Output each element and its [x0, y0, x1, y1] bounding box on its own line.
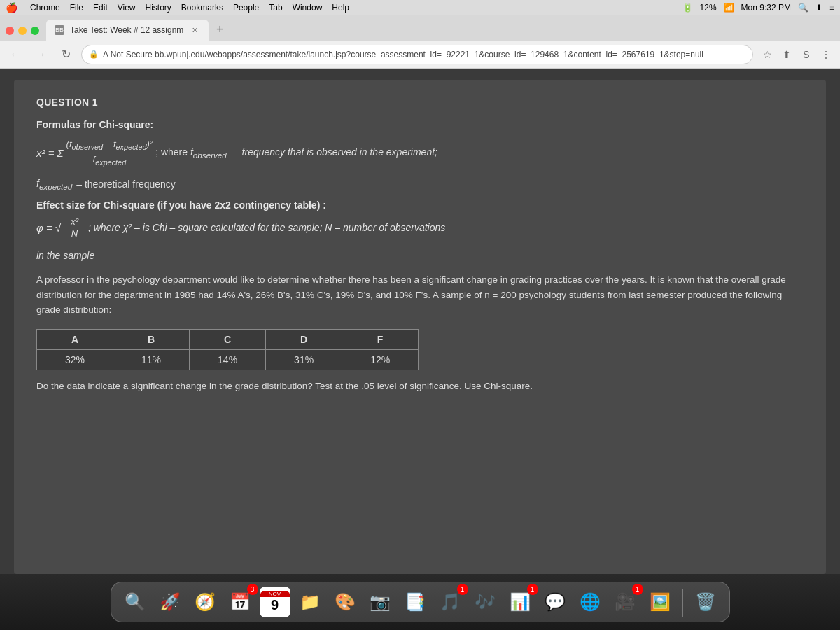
col-header-a: A: [37, 329, 113, 349]
cell-d: 31%: [266, 349, 342, 370]
table-data-row: 32% 11% 14% 31% 12%: [37, 349, 419, 370]
tab-close-button[interactable]: ✕: [189, 24, 200, 36]
menu-edit[interactable]: Edit: [93, 3, 108, 13]
battery-icon: 🔋: [682, 3, 693, 13]
dock-item-photos[interactable]: 🎨: [330, 587, 360, 617]
menu-extra-icon[interactable]: ≡: [830, 3, 834, 13]
menu-bookmarks[interactable]: Bookmarks: [181, 3, 223, 13]
f-expected-text: – theoretical frequency: [76, 176, 176, 193]
dock-item-date[interactable]: NOV 9: [260, 587, 290, 617]
in-sample-text: in the sample: [36, 250, 804, 261]
address-text: A Not Secure bb.wpunj.edu/webapps/assess…: [103, 50, 746, 59]
menu-dots-button[interactable]: ⋮: [818, 46, 834, 63]
problem-text: A professor in the psychology department…: [36, 272, 804, 318]
cell-f: 12%: [342, 349, 419, 370]
phi-fraction: x² N: [65, 216, 84, 239]
profile-button[interactable]: S: [798, 46, 815, 63]
phi-formula: φ = √ x² N ; where χ² – is Chi – square …: [36, 216, 804, 239]
conclusion-text: Do the data indicate a significant chang…: [36, 379, 804, 394]
calendar-badge: 3: [247, 584, 258, 595]
wifi-icon: 📶: [724, 3, 734, 13]
dock-separator: [682, 589, 683, 617]
bookmark-star-button[interactable]: ☆: [759, 46, 776, 63]
col-header-d: D: [266, 329, 342, 349]
nav-actions: ☆ ⬆ S ⋮: [759, 46, 834, 63]
dock-area: 🔍 🚀 🧭 📅 3 NOV 9 📁 🎨 📷 📑 🎵 1 🎶 📊 1 💬 🌐: [0, 574, 840, 630]
phi-formula-rest: ; where χ² – is Chi – square calculated …: [88, 222, 445, 233]
col-header-f: F: [342, 329, 419, 349]
active-tab[interactable]: BB Take Test: Week # 12 assignm ✕: [46, 20, 209, 41]
clock: Mon 9:32 PM: [741, 3, 791, 13]
menu-chrome[interactable]: Chrome: [30, 3, 60, 13]
col-header-b: B: [113, 329, 190, 349]
menu-help[interactable]: Help: [332, 3, 349, 13]
new-tab-button[interactable]: +: [210, 20, 230, 39]
tab-favicon-icon: BB: [55, 25, 64, 35]
dock-item-launchpad[interactable]: 🚀: [155, 587, 186, 617]
facetime-badge: 1: [632, 584, 643, 595]
forward-button[interactable]: →: [31, 45, 50, 64]
cell-a: 32%: [37, 349, 113, 370]
menu-view[interactable]: View: [118, 3, 136, 13]
menu-window[interactable]: Window: [293, 3, 323, 13]
dock-item-files[interactable]: 📁: [295, 587, 326, 617]
dock-item-camera[interactable]: 📷: [365, 587, 396, 617]
security-lock-icon: 🔒: [89, 50, 99, 59]
menu-people[interactable]: People: [233, 3, 259, 13]
fullscreen-window-button[interactable]: [31, 27, 39, 35]
chi-formula-where: ; where fobserved — frequency that is ob…: [155, 144, 438, 162]
dock-item-music[interactable]: 🎶: [470, 587, 500, 617]
dock-item-finder[interactable]: 🔍: [120, 587, 150, 617]
chi-numerator: (fobserved − fexpected)²: [66, 139, 153, 153]
menu-bar: 🍎 Chrome File Edit View History Bookmark…: [0, 0, 840, 15]
close-window-button[interactable]: [6, 27, 14, 35]
question-label: QUESTION 1: [36, 97, 804, 108]
battery-level: 12%: [700, 3, 717, 13]
dock: 🔍 🚀 🧭 📅 3 NOV 9 📁 🎨 📷 📑 🎵 1 🎶 📊 1 💬 🌐: [111, 582, 730, 622]
dock-item-safari[interactable]: 🧭: [190, 587, 220, 617]
f-expected-line: fexpected – theoretical frequency: [36, 175, 804, 194]
minimize-window-button[interactable]: [18, 27, 27, 35]
menu-bar-right: 🔋 12% 📶 Mon 9:32 PM 🔍 ⬆ ≡: [682, 3, 834, 13]
itunes-badge: 1: [457, 584, 468, 595]
dock-item-stocks[interactable]: 📊 1: [505, 587, 536, 617]
menu-file[interactable]: File: [70, 3, 83, 13]
back-button[interactable]: ←: [6, 45, 25, 64]
search-menu-icon[interactable]: 🔍: [798, 3, 808, 13]
table-header-row: A B C D F: [37, 329, 419, 349]
stocks-badge: 1: [527, 584, 538, 595]
extensions-button[interactable]: ⬆: [778, 46, 795, 63]
dock-item-keynote[interactable]: 📑: [400, 587, 430, 617]
menu-bar-left: 🍎 Chrome File Edit View History Bookmark…: [6, 2, 349, 13]
browser-window: BB Take Test: Week # 12 assignm ✕ + ← → …: [0, 15, 840, 574]
dock-item-calendar[interactable]: 📅 3: [225, 587, 255, 617]
cell-b: 11%: [113, 349, 190, 370]
cell-c: 14%: [190, 349, 266, 370]
page-content: QUESTION 1 Formulas for Chi-square: x² =…: [0, 69, 840, 574]
dock-item-itunes[interactable]: 🎵 1: [435, 587, 465, 617]
reload-button[interactable]: ↻: [56, 45, 76, 64]
grade-table: A B C D F 32% 11% 14% 31% 12%: [36, 329, 419, 370]
dock-item-facetime[interactable]: 🎥 1: [610, 587, 640, 617]
col-header-c: C: [190, 329, 266, 349]
formulas-heading: Formulas for Chi-square:: [36, 119, 804, 130]
menu-tab[interactable]: Tab: [269, 3, 282, 13]
apple-logo-icon[interactable]: 🍎: [6, 2, 18, 13]
tab-title: Take Test: Week # 12 assignm: [70, 25, 183, 35]
dock-item-preview[interactable]: 🖼️: [645, 587, 676, 617]
assessment-area: QUESTION 1 Formulas for Chi-square: x² =…: [14, 80, 826, 574]
menu-history[interactable]: History: [146, 3, 172, 13]
chi-square-formula: x² = Σ (fobserved − fexpected)² fexpecte…: [36, 139, 804, 167]
nav-bar: ← → ↻ 🔒 A Not Secure bb.wpunj.edu/webapp…: [0, 41, 840, 69]
address-bar[interactable]: 🔒 A Not Secure bb.wpunj.edu/webapps/asse…: [81, 45, 753, 64]
dock-item-browser[interactable]: 🌐: [575, 587, 606, 617]
siri-icon[interactable]: ⬆: [816, 3, 822, 13]
tab-bar: BB Take Test: Week # 12 assignm ✕ +: [0, 15, 840, 41]
effect-size-heading: Effect size for Chi-square (if you have …: [36, 200, 804, 211]
chi-fraction: (fobserved − fexpected)² fexpected: [66, 139, 153, 167]
chi-denominator: fexpected: [93, 153, 127, 167]
traffic-lights: [6, 27, 39, 35]
dock-item-trash[interactable]: 🗑️: [690, 587, 721, 617]
dock-item-messages[interactable]: 💬: [540, 587, 570, 617]
chi-square-formula-block: x² = Σ (fobserved − fexpected)² fexpecte…: [36, 139, 804, 194]
